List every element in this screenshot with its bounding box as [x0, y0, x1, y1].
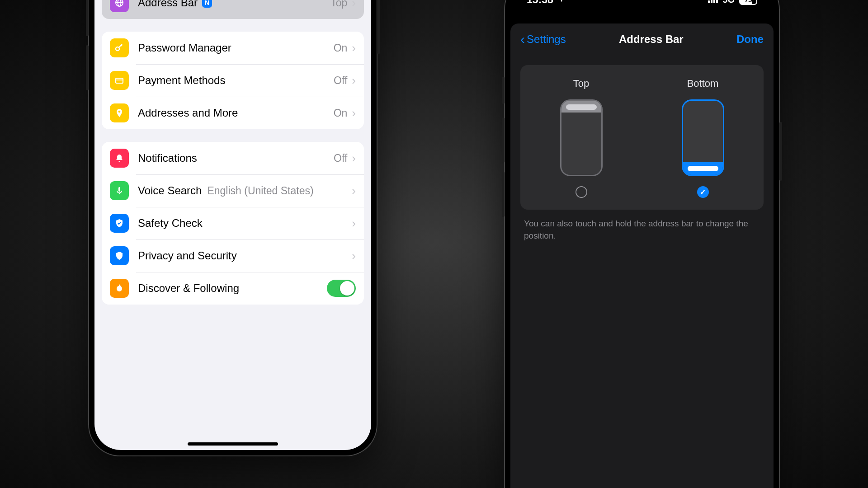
svg-rect-12 [708, 0, 710, 3]
svg-rect-14 [713, 0, 715, 3]
page-title: Address Bar [619, 33, 684, 46]
row-value: On [334, 42, 348, 54]
status-bar: 15:38 5G 75 [510, 0, 774, 10]
row-label: Notifications [138, 152, 197, 164]
preview-bottom-icon [682, 99, 724, 176]
row-payment-methods[interactable]: Payment Methods Off › [102, 64, 364, 97]
location-arrow-icon [557, 0, 565, 6]
screen-settings: Sync On › G Google Services › De [94, 0, 371, 450]
row-label: Discover & Following [138, 282, 239, 295]
status-time: 15:38 [527, 0, 553, 6]
home-indicator[interactable] [188, 442, 278, 446]
option-top[interactable]: Top [520, 78, 642, 198]
row-label: Privacy and Security [138, 249, 237, 262]
svg-rect-15 [716, 0, 718, 3]
chevron-right-icon: › [352, 41, 356, 55]
volume-button [502, 117, 505, 163]
screen-address-bar: 15:38 5G 75 ‹ Settings Address Bar [510, 0, 774, 488]
option-label: Top [573, 78, 589, 89]
back-label: Settings [527, 33, 566, 46]
row-privacy-security[interactable]: Privacy and Security › [102, 239, 364, 272]
bell-icon [110, 149, 129, 168]
row-addresses[interactable]: Addresses and More On › [102, 97, 364, 129]
discover-toggle[interactable] [327, 280, 356, 297]
row-discover-following[interactable]: Discover & Following [102, 272, 364, 305]
row-voice-search[interactable]: Voice Search English (United States) › [102, 174, 364, 207]
phone-right: 15:38 5G 75 ‹ Settings Address Bar [504, 0, 780, 488]
row-value: English (United States) [207, 185, 313, 197]
done-button[interactable]: Done [736, 33, 764, 46]
settings-group-basics: Default Browser › Search Engine Google › [102, 0, 364, 19]
radio-checked-icon[interactable]: ✓ [697, 186, 709, 198]
mic-icon [110, 181, 129, 200]
row-value: Off [334, 152, 347, 164]
chevron-right-icon: › [352, 0, 356, 10]
chevron-right-icon: › [352, 151, 356, 165]
svg-rect-11 [118, 187, 120, 192]
row-label: Safety Check [138, 217, 203, 230]
key-icon [110, 38, 129, 57]
shield-icon [110, 246, 129, 265]
nav-bar: ‹ Settings Address Bar Done [510, 23, 774, 55]
row-notifications[interactable]: Notifications Off › [102, 142, 364, 174]
row-label: Password Manager [138, 42, 231, 54]
shield-check-icon [110, 214, 129, 233]
power-button [377, 0, 380, 54]
network-label: 5G [722, 0, 735, 5]
volume-button [502, 172, 505, 217]
row-label: Voice Search [138, 184, 202, 197]
row-safety-check[interactable]: Safety Check › [102, 207, 364, 239]
preview-top-icon [560, 99, 603, 176]
settings-group-autofill: Password Manager On › Payment Methods Of… [102, 32, 364, 129]
location-icon [110, 103, 129, 122]
row-address-bar[interactable]: Address Bar N Top › [102, 0, 364, 19]
credit-card-icon [110, 71, 129, 90]
chevron-right-icon: › [352, 184, 356, 198]
address-bar-options: Top Bottom ✓ [520, 65, 764, 210]
row-value: Top [330, 0, 347, 9]
address-bar-sheet: ‹ Settings Address Bar Done Top Bottom [510, 23, 774, 488]
svg-point-7 [116, 47, 119, 51]
row-label: Address Bar [138, 0, 198, 9]
signal-icon [708, 0, 718, 6]
volume-button [86, 45, 89, 90]
option-label: Bottom [687, 78, 719, 89]
chevron-left-icon: ‹ [520, 32, 525, 47]
row-value: On [334, 107, 348, 119]
row-label: Payment Methods [138, 74, 225, 87]
svg-rect-8 [116, 78, 123, 83]
flame-icon [110, 279, 129, 298]
radio-unchecked-icon[interactable] [576, 186, 587, 198]
volume-button [86, 0, 89, 36]
battery-icon: 75 [739, 0, 757, 5]
option-bottom[interactable]: Bottom ✓ [642, 78, 764, 198]
new-badge: N [202, 0, 212, 8]
back-button[interactable]: ‹ Settings [520, 32, 566, 47]
settings-list[interactable]: Sync On › G Google Services › De [94, 0, 371, 305]
phone-left: Sync On › G Google Services › De [88, 0, 377, 456]
chevron-right-icon: › [352, 216, 356, 230]
row-value: Off [334, 75, 347, 87]
settings-group-more: Notifications Off › Voice Search English… [102, 142, 364, 305]
chevron-right-icon: › [352, 249, 356, 263]
globe-icon [110, 0, 129, 12]
volume-button [502, 77, 505, 104]
row-label: Addresses and More [138, 107, 238, 119]
row-password-manager[interactable]: Password Manager On › [102, 32, 364, 64]
power-button [779, 122, 782, 181]
chevron-right-icon: › [352, 106, 356, 120]
chevron-right-icon: › [352, 74, 356, 88]
svg-rect-13 [711, 0, 712, 3]
footnote-text: You can also touch and hold the address … [510, 215, 774, 244]
svg-point-10 [118, 111, 121, 113]
